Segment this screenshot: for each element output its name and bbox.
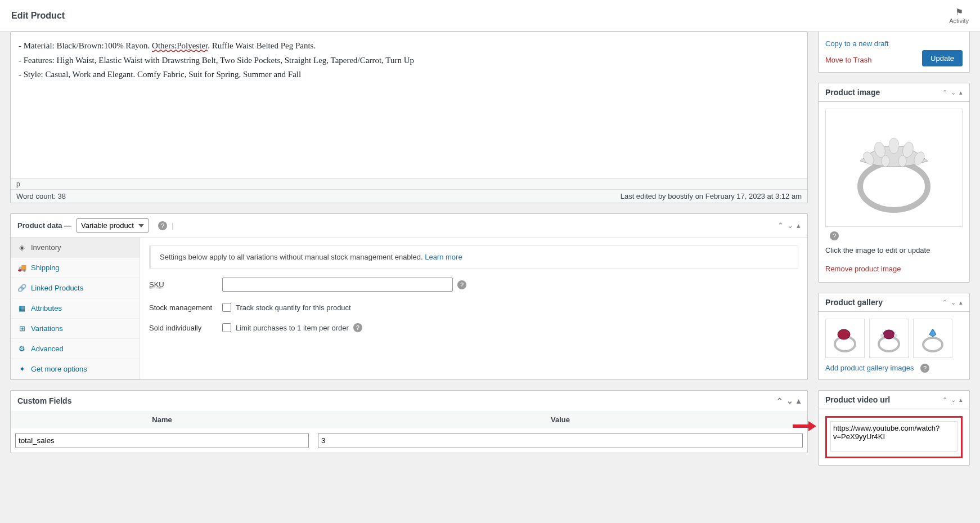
cf-col-name: Name	[11, 411, 313, 428]
sold-individually-label: Sold individually	[149, 324, 222, 332]
chevron-down-icon[interactable]: ⌄	[787, 221, 793, 230]
gallery-item[interactable]	[913, 319, 952, 358]
svg-point-6	[882, 155, 889, 167]
chevron-up-icon[interactable]: ⌃	[942, 89, 947, 96]
tab-inventory[interactable]: ◈Inventory	[11, 238, 140, 258]
product-image-box: Product image ⌃ ⌄ ▴	[818, 83, 970, 283]
stock-mgmt-label: Stock management	[149, 303, 222, 312]
activity-button[interactable]: ⚑ Activity	[949, 7, 969, 24]
custom-fields-box: Custom Fields ⌃ ⌄ ▴ Name Value	[10, 390, 808, 453]
add-gallery-link[interactable]: Add product gallery images	[825, 361, 914, 374]
svg-point-3	[889, 138, 899, 154]
svg-point-7	[898, 155, 906, 167]
help-icon[interactable]: ?	[353, 323, 362, 332]
svg-marker-15	[929, 329, 936, 337]
chevron-up-icon[interactable]: ⌃	[776, 396, 783, 405]
product-image[interactable]	[825, 109, 963, 227]
flag-icon: ⚑	[949, 7, 969, 17]
chevron-down-icon[interactable]: ⌄	[951, 299, 956, 306]
gallery-thumbnails	[825, 319, 963, 358]
sold-individually-checkbox[interactable]	[222, 323, 231, 332]
link-icon: 🔗	[17, 284, 26, 292]
gallery-item[interactable]	[825, 319, 865, 358]
inventory-icon: ◈	[17, 243, 26, 252]
help-icon[interactable]: ?	[158, 221, 167, 230]
svg-point-12	[880, 334, 884, 337]
custom-fields-title: Custom Fields	[17, 396, 71, 405]
editor-path[interactable]: p	[11, 178, 807, 189]
inventory-notice: Settings below apply to all variations w…	[149, 245, 798, 269]
svg-marker-17	[808, 421, 816, 431]
editor-content[interactable]: - Material: Black/Brown:100% Rayon. Othe…	[11, 32, 807, 178]
word-count: Word count: 38	[16, 192, 66, 200]
sold-individually-text: Limit purchases to 1 item per order	[236, 324, 349, 332]
video-url-highlight	[825, 416, 963, 458]
learn-more-link[interactable]: Learn more	[425, 253, 462, 261]
tab-linked-products[interactable]: 🔗Linked Products	[11, 278, 140, 298]
sku-label: SKU	[149, 280, 222, 289]
help-icon[interactable]: ?	[920, 364, 929, 373]
tab-advanced[interactable]: ⚙Advanced	[11, 339, 140, 359]
cf-value-input[interactable]	[318, 433, 803, 448]
tab-get-more[interactable]: ✦Get more options	[11, 359, 140, 379]
svg-point-14	[923, 338, 942, 351]
ring-image	[838, 119, 950, 217]
publish-box: Copy to a new draft Move to Trash Update	[818, 32, 970, 73]
description-editor: - Material: Black/Brown:100% Rayon. Othe…	[10, 32, 808, 203]
copy-draft-link[interactable]: Copy to a new draft	[825, 37, 963, 50]
chevron-down-icon[interactable]: ⌄	[951, 396, 956, 404]
move-trash-link[interactable]: Move to Trash	[825, 53, 871, 66]
inventory-panel: Settings below apply to all variations w…	[140, 238, 807, 379]
svg-point-13	[894, 334, 897, 337]
chevron-down-icon[interactable]: ⌄	[951, 89, 956, 96]
video-url-input[interactable]	[830, 421, 957, 452]
product-gallery-box: Product gallery ⌃ ⌄ ▴	[818, 293, 970, 380]
arrow-icon	[793, 421, 816, 431]
video-url-title: Product video url	[825, 395, 890, 404]
table-row	[11, 428, 807, 453]
sparkle-icon: ✦	[17, 365, 26, 373]
svg-point-0	[860, 163, 928, 210]
track-stock-label: Track stock quantity for this product	[236, 303, 351, 312]
grid-icon: ▦	[17, 304, 26, 312]
gallery-item[interactable]	[869, 319, 909, 358]
gallery-title: Product gallery	[825, 298, 883, 307]
svg-point-11	[883, 330, 894, 339]
chevron-up-icon[interactable]: ⌃	[942, 396, 947, 404]
activity-label: Activity	[949, 17, 969, 24]
product-type-select[interactable]: Variable product	[76, 218, 149, 233]
help-icon[interactable]: ?	[830, 231, 839, 240]
product-data-box: Product data — Variable product ? | ⌃ ⌄ …	[10, 213, 808, 380]
svg-rect-16	[793, 424, 808, 428]
caret-up-icon[interactable]: ▴	[959, 396, 963, 404]
truck-icon: 🚚	[17, 263, 26, 272]
product-image-title: Product image	[825, 88, 880, 97]
chevron-up-icon[interactable]: ⌃	[942, 299, 947, 306]
caret-up-icon[interactable]: ▴	[797, 396, 801, 405]
sku-input[interactable]	[222, 278, 453, 292]
track-stock-checkbox[interactable]	[222, 303, 231, 312]
product-video-url-box: Product video url ⌃ ⌄ ▴	[818, 390, 970, 466]
tab-shipping[interactable]: 🚚Shipping	[11, 258, 140, 278]
cf-col-value: Value	[313, 411, 807, 428]
gear-icon: ⚙	[17, 345, 26, 353]
cf-name-input[interactable]	[15, 433, 309, 448]
product-data-title: Product data —	[17, 221, 71, 230]
tab-variations[interactable]: ⊞Variations	[11, 319, 140, 339]
custom-fields-table: Name Value	[11, 411, 807, 453]
variations-icon: ⊞	[17, 324, 26, 333]
chevron-up-icon[interactable]: ⌃	[777, 221, 784, 230]
help-icon[interactable]: ?	[457, 280, 466, 289]
caret-up-icon[interactable]: ▴	[959, 299, 963, 306]
last-edited: Last edited by boostify on February 17, …	[621, 192, 802, 200]
caret-up-icon[interactable]: ▴	[959, 89, 963, 96]
svg-point-9	[838, 329, 850, 339]
update-button[interactable]: Update	[922, 50, 963, 66]
chevron-down-icon[interactable]: ⌄	[786, 396, 793, 405]
caret-up-icon[interactable]: ▴	[797, 221, 801, 230]
top-bar: Edit Product ⚑ Activity	[0, 0, 980, 32]
tab-attributes[interactable]: ▦Attributes	[11, 298, 140, 319]
page-title: Edit Product	[11, 11, 65, 21]
remove-image-link[interactable]: Remove product image	[825, 262, 963, 275]
click-to-edit-text: Click the image to edit or update	[825, 246, 963, 254]
